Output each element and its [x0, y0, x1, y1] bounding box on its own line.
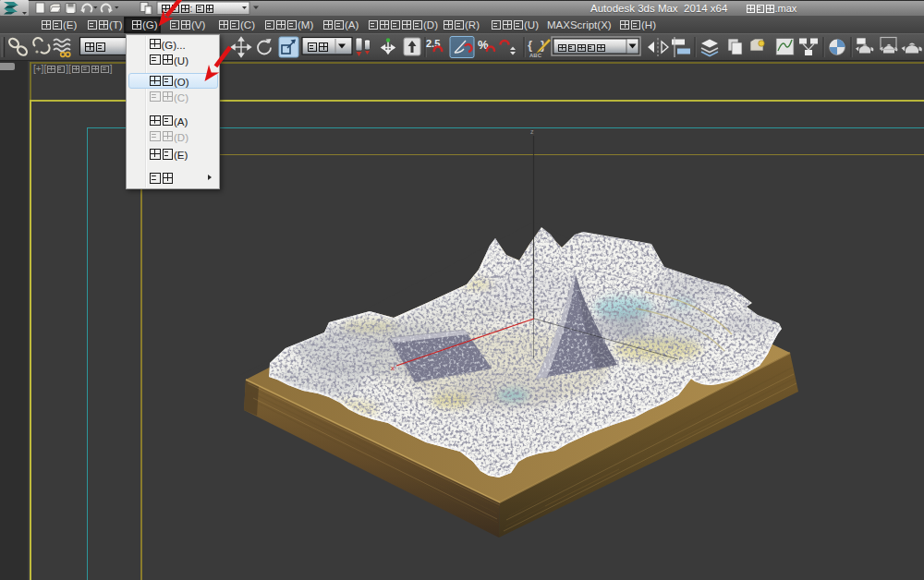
svg-text:x: x	[391, 364, 395, 372]
svg-text:z: z	[530, 128, 534, 135]
